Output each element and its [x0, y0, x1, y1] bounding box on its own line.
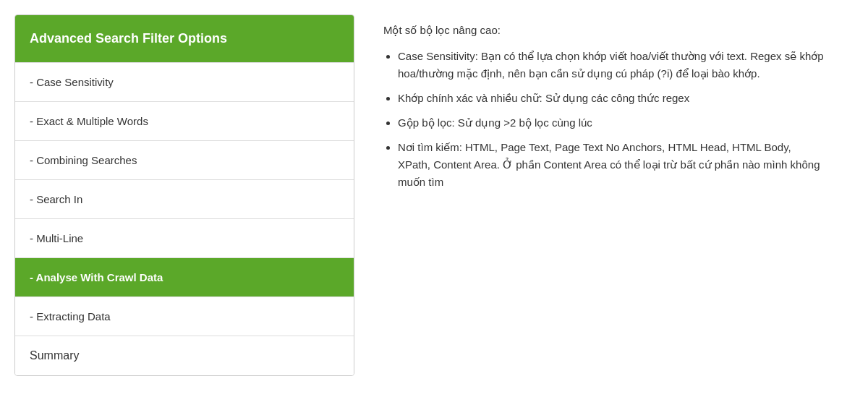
sidebar-item-exact-multiple-words[interactable]: - Exact & Multiple Words [15, 102, 354, 141]
sidebar-item-summary[interactable]: Summary [15, 336, 354, 375]
list-item: Gộp bộ lọc: Sử dụng >2 bộ lọc cùng lúc [398, 114, 825, 132]
list-item: Khớp chính xác và nhiều chữ: Sử dụng các… [398, 90, 825, 107]
main-content: Một số bộ lọc nâng cao: Case Sensitivity… [354, 14, 854, 396]
content-intro: Một số bộ lọc nâng cao: [383, 22, 825, 39]
sidebar-item-search-in[interactable]: - Search In [15, 180, 354, 219]
list-item: Nơi tìm kiếm: HTML, Page Text, Page Text… [398, 139, 825, 191]
sidebar-item-multi-line[interactable]: - Multi-Line [15, 219, 354, 258]
sidebar-item-analyse-with-crawl-data[interactable]: - Analyse With Crawl Data [15, 258, 354, 297]
sidebar-item-header[interactable]: Advanced Search Filter Options [15, 15, 354, 63]
sidebar-item-extracting-data[interactable]: - Extracting Data [15, 297, 354, 336]
sidebar-item-combining-searches[interactable]: - Combining Searches [15, 141, 354, 180]
sidebar: Advanced Search Filter Options - Case Se… [14, 14, 354, 376]
sidebar-item-case-sensitivity[interactable]: - Case Sensitivity [15, 63, 354, 102]
content-bullet-list: Case Sensitivity: Bạn có thể lựa chọn kh… [383, 48, 825, 191]
list-item: Case Sensitivity: Bạn có thể lựa chọn kh… [398, 48, 825, 82]
